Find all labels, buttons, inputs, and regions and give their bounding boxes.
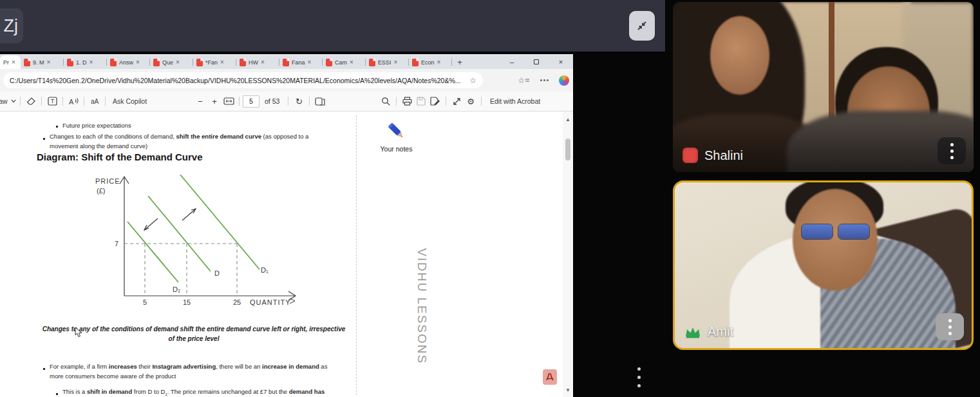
settings-gear-icon[interactable]: ⚙ xyxy=(464,93,478,109)
tab-econ[interactable]: Econ× xyxy=(409,55,452,69)
meeting-top-bar: Zj xyxy=(0,0,665,52)
host-crown-icon xyxy=(684,325,701,338)
pdf-page: Future price expectations Changes to eac… xyxy=(0,111,573,397)
restore-icon xyxy=(534,59,539,64)
tab-hw[interactable]: HW× xyxy=(236,55,279,69)
meeting-app-window: Zj Pr × 9. M× 1. D× Answ× Que× *Fan× HW×… xyxy=(0,0,980,397)
video-tile-shalini[interactable]: Shalini xyxy=(673,2,974,172)
tab-close-icon[interactable]: × xyxy=(47,59,51,66)
tab-pr[interactable]: Pr × xyxy=(0,55,21,69)
notes-divider xyxy=(356,115,357,395)
tab-close-icon[interactable]: × xyxy=(220,59,224,66)
scrollbar-thumb[interactable] xyxy=(565,139,570,160)
print-icon[interactable] xyxy=(400,93,414,109)
zoom-in-button[interactable]: + xyxy=(207,93,221,109)
page-view-icon[interactable] xyxy=(313,93,327,109)
svg-text:15: 15 xyxy=(183,298,191,306)
tab-close-icon[interactable]: × xyxy=(350,59,353,66)
tab-close-icon[interactable]: × xyxy=(437,59,441,66)
adobe-acrobat-icon xyxy=(545,373,554,382)
tab-close-icon[interactable]: × xyxy=(261,59,265,66)
zoom-out-button[interactable]: − xyxy=(193,93,207,109)
svg-text:(£): (£) xyxy=(97,187,105,195)
url-text: C:/Users/T14s%20Gen.2/OneDrive/Vidhu%20M… xyxy=(10,77,461,84)
pdf-file-icon xyxy=(283,59,289,66)
tab-close-icon[interactable]: × xyxy=(90,59,93,66)
save-as-icon[interactable] xyxy=(428,93,442,109)
new-tab-button[interactable]: + xyxy=(452,55,467,69)
close-button[interactable]: × xyxy=(549,54,573,69)
tab-1d[interactable]: 1. D× xyxy=(64,55,107,69)
tab-fana[interactable]: Fana× xyxy=(279,55,323,69)
tab-que[interactable]: Que× xyxy=(150,55,193,69)
collapse-share-button[interactable] xyxy=(629,11,655,41)
tab-close-icon[interactable]: × xyxy=(12,59,15,66)
pdf-file-icon xyxy=(67,59,73,66)
ask-copilot-button[interactable]: Ask Copilot xyxy=(109,93,151,109)
eraser-icon[interactable] xyxy=(24,93,38,109)
tab-close-icon[interactable]: × xyxy=(176,59,180,66)
svg-text:D₁: D₁ xyxy=(261,266,269,274)
draw-tool-button[interactable]: aw xyxy=(0,93,10,109)
scroll-up-icon[interactable]: ▲ xyxy=(563,117,573,122)
tab-answ[interactable]: Answ× xyxy=(107,55,150,69)
search-icon[interactable] xyxy=(379,93,393,109)
copilot-icon[interactable] xyxy=(559,75,569,86)
edit-with-acrobat-button[interactable]: Edit with Acrobat xyxy=(485,93,545,109)
page-number-input[interactable] xyxy=(243,95,259,108)
tab-close-icon[interactable]: × xyxy=(136,59,140,66)
tab-essi[interactable]: ESSI× xyxy=(366,55,409,69)
fit-width-icon[interactable] xyxy=(221,93,236,109)
address-bar: C:/Users/T14s%20Gen.2/OneDrive/Vidhu%20M… xyxy=(0,69,573,92)
bookmark-star-icon[interactable]: ☆ xyxy=(469,76,476,85)
browser-tab-strip: Pr × 9. M× 1. D× Answ× Que× *Fan× HW× Fa… xyxy=(0,54,573,69)
add-text-icon[interactable]: T xyxy=(45,93,59,109)
tile-menu-button-shalini[interactable] xyxy=(938,137,966,164)
scroll-down-icon[interactable]: ▼ xyxy=(563,387,573,393)
pdf-file-icon xyxy=(369,59,375,66)
person-woman-face xyxy=(710,16,769,95)
watermark-text: VIDHU LESSONS xyxy=(415,248,429,364)
person-face xyxy=(793,189,878,291)
pdf-file-icon xyxy=(196,59,203,66)
restore-button[interactable] xyxy=(524,54,549,69)
page-count-label: of 53 xyxy=(265,97,279,105)
svg-text:D₂: D₂ xyxy=(173,286,180,293)
bullet-shift: This is a shift in demand from D to D1. … xyxy=(62,387,339,397)
pdf-file-icon xyxy=(326,59,332,66)
chevron-down-icon[interactable] xyxy=(10,99,17,103)
save-icon[interactable] xyxy=(414,93,428,109)
participant-red-indicator xyxy=(683,148,698,163)
svg-text:PRICE: PRICE xyxy=(95,177,120,185)
demand-curve-diagram: PRICE (£) 7 5 15 25 QUANTITY D₂ D D₁ xyxy=(90,169,303,315)
read-aloud-icon[interactable]: A xyxy=(66,93,80,109)
svg-text:T: T xyxy=(50,98,54,104)
center-note: Changes to any of the conditions of dema… xyxy=(40,325,348,344)
expand-icon[interactable] xyxy=(449,93,464,109)
pdf-scrollbar[interactable]: ▲ ▼ xyxy=(563,111,573,397)
meeting-badge: Zj xyxy=(0,8,23,43)
tab-close-icon[interactable]: × xyxy=(308,59,312,66)
pdf-file-icon xyxy=(240,59,246,66)
rotate-icon[interactable]: ↻ xyxy=(292,93,306,109)
favorites-bar-icon[interactable]: ☆ xyxy=(518,76,530,85)
tile-menu-button-amit[interactable] xyxy=(936,313,964,340)
svg-text:5: 5 xyxy=(143,298,147,306)
acrobat-float-button[interactable] xyxy=(543,369,557,385)
meeting-more-options-button[interactable] xyxy=(637,367,641,387)
pdf-toolbar: aw T A aA Ask Copilot − xyxy=(0,92,573,111)
shift-arrows xyxy=(144,209,196,230)
tab-9m[interactable]: 9. M× xyxy=(21,55,64,69)
svg-text:25: 25 xyxy=(233,298,241,306)
url-input[interactable]: C:/Users/T14s%20Gen.2/OneDrive/Vidhu%20M… xyxy=(3,72,483,88)
collapse-arrows-icon xyxy=(636,19,648,32)
translate-icon[interactable]: aA xyxy=(88,93,102,109)
diagram-heading: Diagram: Shift of the Demand Curve xyxy=(37,151,203,162)
video-tile-amit[interactable]: Amit xyxy=(673,180,974,350)
tab-cam[interactable]: Cam× xyxy=(323,55,366,69)
minimize-button[interactable]: – xyxy=(500,54,524,69)
tab-fan[interactable]: *Fan× xyxy=(193,55,236,69)
browser-menu-icon[interactable] xyxy=(540,79,549,81)
tab-close-icon[interactable]: × xyxy=(394,59,398,66)
bullet-future-price: Future price expectations xyxy=(62,121,131,131)
